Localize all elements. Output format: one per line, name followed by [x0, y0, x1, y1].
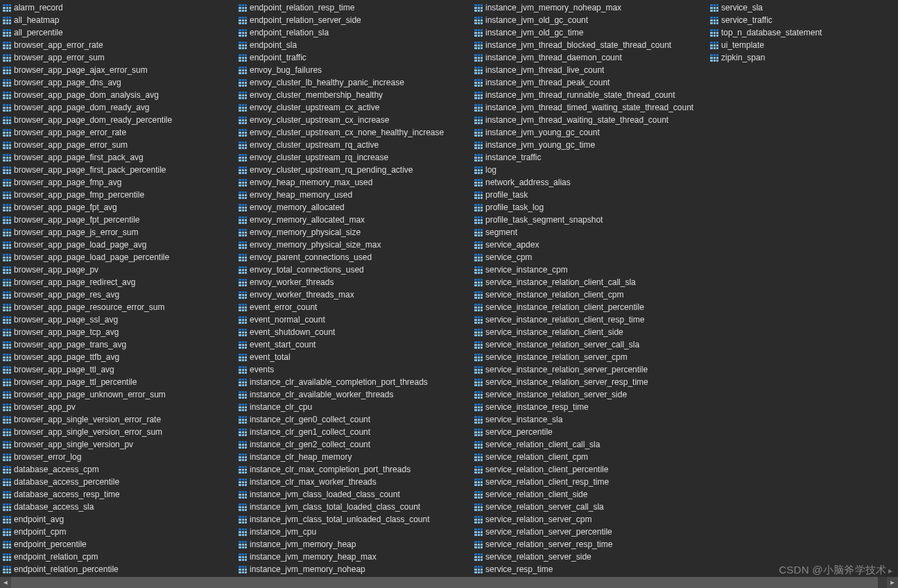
table-item[interactable]: database_access_cpm [3, 463, 236, 476]
table-item[interactable]: envoy_cluster_upstream_cx_none_healthy_i… [239, 126, 472, 139]
table-item[interactable]: instance_clr_available_completion_port_t… [239, 376, 472, 388]
table-item[interactable]: service_relation_server_cpm [474, 513, 707, 526]
table-item[interactable]: envoy_total_connections_used [239, 263, 472, 276]
table-item[interactable]: service_apdex [474, 239, 707, 251]
table-item[interactable]: instance_clr_available_worker_threads [239, 388, 472, 401]
table-item[interactable]: service_cpm [474, 251, 707, 263]
table-item[interactable]: endpoint_cpm [3, 526, 236, 538]
table-item[interactable]: browser_app_page_ttfb_avg [3, 351, 236, 363]
table-item[interactable]: service_instance_relation_server_cpm [474, 351, 707, 363]
table-item[interactable]: envoy_memory_allocated [239, 201, 472, 214]
table-item[interactable]: service_instance_relation_client_percent… [474, 301, 707, 313]
table-item[interactable]: service_relation_client_cpm [474, 451, 707, 463]
table-item[interactable]: instance_clr_max_worker_threads [239, 476, 472, 488]
table-item[interactable]: envoy_cluster_upstream_cx_increase [239, 114, 472, 126]
table-item[interactable]: event_start_count [239, 338, 472, 351]
table-item[interactable]: service_relation_client_side [474, 488, 707, 501]
table-item[interactable]: zipkin_span [710, 51, 898, 64]
table-item[interactable]: envoy_worker_threads [239, 276, 472, 288]
table-item[interactable]: browser_app_page_fpt_percentile [3, 214, 236, 226]
table-item[interactable]: instance_clr_gen1_collect_count [239, 426, 472, 438]
table-item[interactable]: service_instance_sla [474, 413, 707, 426]
table-item[interactable]: service_resp_time [474, 563, 707, 576]
table-item[interactable]: envoy_cluster_upstream_cx_active [239, 101, 472, 114]
table-item[interactable]: network_address_alias [474, 176, 707, 189]
table-item[interactable]: instance_clr_max_completion_port_threads [239, 463, 472, 476]
table-item[interactable]: envoy_memory_physical_size [239, 226, 472, 239]
table-item[interactable]: profile_task_segment_snapshot [474, 214, 707, 226]
table-item[interactable]: service_instance_relation_client_resp_ti… [474, 313, 707, 326]
table-item[interactable]: browser_app_page_fpt_avg [3, 201, 236, 214]
table-item[interactable]: browser_app_page_dns_avg [3, 76, 236, 89]
table-item[interactable]: service_relation_server_call_sla [474, 501, 707, 513]
table-item[interactable]: instance_jvm_old_gc_count [474, 14, 707, 26]
table-item[interactable]: browser_app_page_resource_error_sum [3, 301, 236, 313]
table-item[interactable]: events [239, 363, 472, 376]
table-item[interactable]: envoy_cluster_membership_healthy [239, 89, 472, 101]
table-item[interactable]: browser_app_single_version_error_sum [3, 426, 236, 438]
table-item[interactable]: browser_app_page_ttl_percentile [3, 376, 236, 388]
table-item[interactable]: browser_app_page_first_pack_percentile [3, 164, 236, 176]
table-item[interactable]: instance_jvm_old_gc_time [474, 26, 707, 39]
table-item[interactable]: instance_jvm_young_gc_time [474, 139, 707, 151]
scroll-right-button[interactable]: ► [887, 577, 898, 588]
table-item[interactable]: instance_clr_gen0_collect_count [239, 413, 472, 426]
table-item[interactable]: browser_error_log [3, 451, 236, 463]
table-item[interactable]: envoy_memory_allocated_max [239, 214, 472, 226]
table-item[interactable]: endpoint_percentile [3, 538, 236, 551]
table-item[interactable]: service_traffic [710, 14, 898, 26]
table-item[interactable]: instance_jvm_memory_noheap [239, 563, 472, 576]
table-item[interactable]: top_n_database_statement [710, 26, 898, 39]
table-item[interactable]: endpoint_relation_cpm [3, 551, 236, 563]
table-item[interactable]: service_instance_relation_client_cpm [474, 288, 707, 301]
table-item[interactable]: event_shutdown_count [239, 326, 472, 338]
table-item[interactable]: envoy_parent_connections_used [239, 251, 472, 263]
scroll-track[interactable] [11, 577, 887, 588]
table-item[interactable]: envoy_heap_memory_used [239, 189, 472, 201]
table-item[interactable]: browser_app_page_fmp_percentile [3, 189, 236, 201]
table-item[interactable]: envoy_worker_threads_max [239, 288, 472, 301]
horizontal-scrollbar[interactable]: ◄ ► [0, 577, 898, 588]
table-item[interactable]: instance_jvm_thread_peak_count [474, 76, 707, 89]
table-item[interactable]: instance_jvm_young_gc_count [474, 126, 707, 139]
table-item[interactable]: browser_app_page_ssl_avg [3, 313, 236, 326]
table-item[interactable]: service_instance_cpm [474, 263, 707, 276]
table-item[interactable]: instance_jvm_thread_runnable_state_threa… [474, 89, 707, 101]
table-item[interactable]: browser_app_page_fmp_avg [3, 176, 236, 189]
table-item[interactable]: endpoint_traffic [239, 51, 472, 64]
table-item[interactable]: envoy_cluster_upstream_rq_increase [239, 151, 472, 164]
table-item[interactable]: profile_task [474, 189, 707, 201]
table-item[interactable]: instance_clr_heap_memory [239, 451, 472, 463]
table-item[interactable]: endpoint_relation_percentile [3, 563, 236, 576]
table-item[interactable]: endpoint_relation_resp_time [239, 1, 472, 14]
table-item[interactable]: instance_jvm_thread_blocked_state_thread… [474, 39, 707, 51]
table-item[interactable]: instance_jvm_thread_timed_waiting_state_… [474, 101, 707, 114]
table-item[interactable]: browser_app_page_dom_ready_avg [3, 101, 236, 114]
table-item[interactable]: envoy_cluster_upstream_rq_active [239, 139, 472, 151]
table-item[interactable]: instance_jvm_memory_heap [239, 538, 472, 551]
table-item[interactable]: service_sla [710, 1, 898, 14]
table-item[interactable]: endpoint_avg [3, 513, 236, 526]
table-item[interactable]: service_instance_relation_client_call_sl… [474, 276, 707, 288]
table-item[interactable]: browser_app_page_unknown_error_sum [3, 388, 236, 401]
table-item[interactable]: service_relation_client_percentile [474, 463, 707, 476]
table-item[interactable]: browser_app_page_ttl_avg [3, 363, 236, 376]
table-item[interactable]: instance_jvm_thread_live_count [474, 64, 707, 76]
table-item[interactable]: database_access_sla [3, 501, 236, 513]
table-item[interactable]: instance_jvm_memory_heap_max [239, 551, 472, 563]
table-item[interactable]: instance_clr_cpu [239, 401, 472, 413]
table-item[interactable]: instance_jvm_cpu [239, 526, 472, 538]
table-item[interactable]: browser_app_page_error_rate [3, 126, 236, 139]
table-item[interactable]: service_instance_relation_server_percent… [474, 363, 707, 376]
table-item[interactable]: ui_template [710, 39, 898, 51]
table-item[interactable]: service_relation_server_resp_time [474, 538, 707, 551]
table-item[interactable]: browser_app_page_load_page_avg [3, 239, 236, 251]
table-item[interactable]: envoy_bug_failures [239, 64, 472, 76]
table-item[interactable]: browser_app_page_tcp_avg [3, 326, 236, 338]
table-item[interactable]: profile_task_log [474, 201, 707, 214]
table-item[interactable]: service_relation_server_percentile [474, 526, 707, 538]
table-item[interactable]: segment [474, 226, 707, 239]
table-item[interactable]: browser_app_page_redirect_avg [3, 276, 236, 288]
table-item[interactable]: instance_clr_gen2_collect_count [239, 438, 472, 451]
table-item[interactable]: all_heatmap [3, 14, 236, 26]
